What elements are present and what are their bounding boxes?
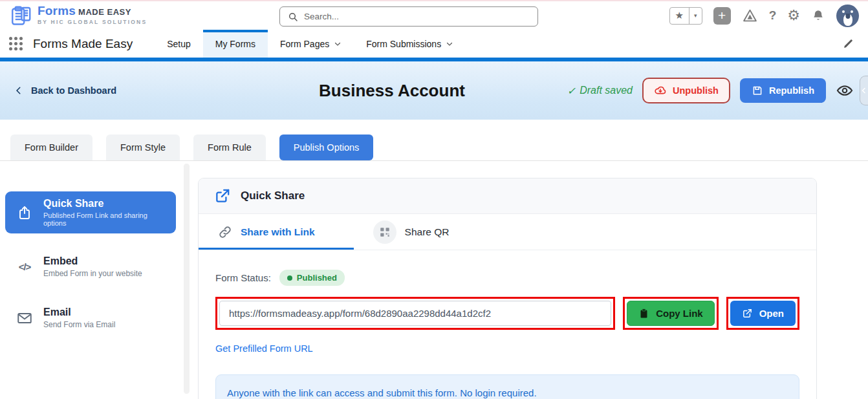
republish-label: Republish: [769, 85, 814, 96]
nav-tabs: Setup My Forms Form Pages Form Submissio…: [155, 30, 466, 58]
edit-nav-pencil-icon[interactable]: [843, 38, 854, 49]
form-url-row: Copy Link Open: [215, 297, 799, 330]
copy-link-label: Copy Link: [656, 308, 703, 319]
favorite-star-icon[interactable]: ★: [670, 8, 689, 24]
republish-button[interactable]: Republish: [740, 78, 826, 103]
annotation-box-url: [215, 297, 615, 330]
open-button[interactable]: Open: [730, 301, 796, 326]
sidebar-item-embed[interactable]: </> Embed Embed Form in your website: [5, 249, 176, 285]
status-badge: Published: [279, 270, 345, 286]
nav-tab-form-submissions[interactable]: Form Submissions: [354, 30, 466, 58]
setup-gear-icon[interactable]: ⚙: [787, 7, 800, 24]
chevron-down-icon[interactable]: [334, 40, 342, 48]
help-icon[interactable]: ?: [769, 8, 777, 23]
sidebar-item-title: Embed: [43, 255, 142, 267]
nav-tab-label: Setup: [167, 39, 191, 49]
share-sidebar: Quick Share Published Form Link and shar…: [0, 161, 182, 396]
get-prefilled-url-link[interactable]: Get Prefilled Form URL: [215, 343, 313, 354]
chevron-left-icon: [14, 86, 23, 95]
tab-form-style[interactable]: Form Style: [106, 135, 180, 160]
save-disk-icon: [752, 85, 763, 96]
sidebar-item-email[interactable]: Email Send Form via Email: [5, 300, 176, 336]
tab-form-rule[interactable]: Form Rule: [193, 135, 266, 160]
form-status-row: Form Status: Published: [215, 270, 799, 286]
sidebar-item-subtitle: Published Form Link and sharing options: [43, 211, 168, 227]
tab-form-builder[interactable]: Form Builder: [10, 135, 92, 160]
back-label: Back to Dashboard: [31, 85, 116, 96]
preview-eye-icon[interactable]: [836, 81, 854, 100]
nav-tab-my-forms[interactable]: My Forms: [203, 30, 268, 58]
banner-actions: ✓ Draft saved Unpublish Republish: [567, 78, 854, 103]
sidebar-item-title: Quick Share: [43, 198, 168, 210]
link-icon: [218, 225, 232, 239]
collapse-panel-toggle[interactable]: [860, 76, 868, 105]
sidebar-item-subtitle: Embed Form in your website: [43, 269, 142, 278]
favorites-dropdown-icon[interactable]: ▾: [689, 8, 702, 24]
external-link-icon: [742, 308, 753, 319]
brand-tagline: BY HIC GLOBAL SOLUTIONS: [38, 19, 147, 25]
unpublish-button[interactable]: Unpublish: [642, 78, 730, 103]
global-search[interactable]: [279, 6, 538, 27]
clipboard-icon: [638, 308, 649, 319]
annotation-box-open: Open: [726, 297, 799, 330]
share-upload-icon: [16, 205, 34, 221]
main-panel: Quick Share Share with Link Share QR: [191, 161, 868, 396]
form-section-tabs: Form Builder Form Style Form Rule Publis…: [0, 120, 868, 161]
header-actions: ★ ▾ + ? ⚙: [669, 5, 859, 27]
nav-tab-setup[interactable]: Setup: [155, 30, 203, 58]
tab-share-qr[interactable]: Share QR: [354, 214, 469, 250]
search-input[interactable]: [304, 12, 530, 21]
user-avatar[interactable]: [836, 5, 859, 27]
back-to-dashboard-link[interactable]: Back to Dashboard: [14, 85, 116, 96]
sidebar-item-quick-share[interactable]: Quick Share Published Form Link and shar…: [5, 191, 176, 233]
access-info-alert: Anyone with the link can access and subm…: [215, 374, 799, 399]
app-window: FormsMADE EASY BY HIC GLOBAL SOLUTIONS ★…: [0, 0, 868, 399]
search-icon: [288, 12, 298, 22]
copy-link-button[interactable]: Copy Link: [627, 301, 715, 326]
tab-share-with-link[interactable]: Share with Link: [199, 214, 354, 250]
page-banner: Back to Dashboard Business Account ✓ Dra…: [0, 61, 868, 120]
draft-saved-status: ✓ Draft saved: [567, 85, 633, 97]
favorites-control: ★ ▾: [669, 7, 702, 25]
nav-tab-label: Form Submissions: [366, 39, 441, 49]
sidebar-scrollbar[interactable]: [182, 161, 191, 396]
share-link-panel: Form Status: Published: [199, 250, 816, 399]
brand-suffix: MADE EASY: [78, 7, 131, 17]
nav-tab-form-pages[interactable]: Form Pages: [268, 30, 354, 58]
app-launcher-icon[interactable]: [9, 37, 23, 50]
app-navbar: Forms Made Easy Setup My Forms Form Page…: [0, 30, 868, 61]
status-badge-label: Published: [297, 273, 337, 283]
annotation-box-copy: Copy Link: [623, 297, 719, 330]
envelope-icon: [16, 310, 34, 327]
share-icon: [214, 188, 231, 204]
card-title: Quick Share: [241, 189, 305, 202]
brand-name: Forms: [38, 4, 76, 17]
unpublish-label: Unpublish: [673, 85, 719, 96]
draft-saved-label: Draft saved: [580, 85, 633, 96]
tab-publish-options[interactable]: Publish Options: [279, 135, 374, 160]
qr-code-icon: [373, 221, 396, 244]
quick-share-card: Quick Share Share with Link Share QR: [198, 178, 817, 399]
tab-label: Share QR: [405, 226, 450, 238]
nav-tab-label: My Forms: [215, 39, 255, 49]
global-header: FormsMADE EASY BY HIC GLOBAL SOLUTIONS ★…: [0, 0, 868, 30]
form-url-input[interactable]: [219, 301, 611, 326]
clipboard-logo-icon: [9, 4, 32, 27]
app-name[interactable]: Forms Made Easy: [33, 37, 133, 51]
notifications-bell-icon[interactable]: [811, 8, 825, 23]
cloud-unpublish-icon: [654, 84, 667, 97]
sidebar-item-title: Email: [43, 307, 115, 318]
publish-options-content: Quick Share Published Form Link and shar…: [0, 161, 868, 396]
tab-label: Share with Link: [241, 226, 315, 238]
logo-text: FormsMADE EASY BY HIC GLOBAL SOLUTIONS: [38, 6, 147, 25]
nav-tab-label: Form Pages: [280, 39, 329, 49]
open-label: Open: [759, 308, 784, 319]
guidance-center-icon[interactable]: [742, 8, 758, 24]
sidebar-item-subtitle: Send Form via Email: [43, 320, 115, 329]
chevron-down-icon[interactable]: [446, 40, 453, 48]
global-add-icon[interactable]: +: [713, 7, 731, 25]
code-icon: </>: [16, 261, 34, 272]
form-status-label: Form Status:: [215, 272, 271, 283]
card-header: Quick Share: [199, 178, 816, 214]
check-icon: ✓: [567, 85, 576, 97]
